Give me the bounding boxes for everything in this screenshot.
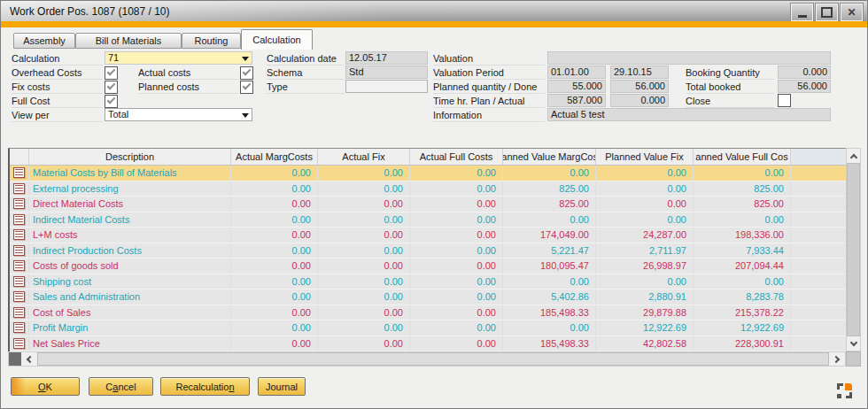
close-button[interactable]: ✕: [841, 4, 863, 21]
fix-costs-checkbox[interactable]: [105, 81, 118, 94]
full-cost-checkbox[interactable]: [105, 95, 118, 108]
overhead-costs-label: Overhead Costs: [12, 66, 103, 80]
value-cell: 0.00: [410, 305, 503, 320]
table-row[interactable]: Shipping cost0.000.000.000.000.000.00: [10, 274, 846, 290]
row-details-icon[interactable]: [13, 322, 25, 333]
table-row[interactable]: External processing0.000.000.00825.000.0…: [10, 181, 846, 197]
column-header[interactable]: anned Value Full Cos: [694, 149, 791, 165]
view-per-combo[interactable]: Total: [105, 108, 252, 121]
table-row[interactable]: Direct Material Costs0.000.000.00825.000…: [10, 197, 846, 212]
row-details-icon[interactable]: [13, 183, 25, 194]
grid-split-handle[interactable]: [9, 352, 21, 366]
value-cell: 0.00: [231, 320, 318, 336]
vertical-scrollbar[interactable]: [846, 148, 861, 351]
table-row[interactable]: Indirect Production Costs0.000.000.005,2…: [10, 243, 846, 259]
row-details-icon[interactable]: [13, 245, 25, 256]
row-details-icon[interactable]: [13, 338, 25, 349]
chevron-right-icon: [833, 355, 840, 362]
planned-costs-checkbox[interactable]: [240, 81, 253, 94]
row-details-icon[interactable]: [13, 167, 25, 178]
tab-bill-of-materials[interactable]: Bill of Materials: [75, 33, 182, 49]
column-header[interactable]: Actual MargCosts: [231, 149, 318, 165]
chevron-down-icon[interactable]: [242, 113, 249, 118]
row-details-icon-lines: [15, 324, 23, 331]
table-row[interactable]: Indirect Material Costs0.000.000.000.000…: [10, 212, 846, 228]
value-cell: 825.00: [694, 197, 791, 212]
value-cell: 0.00: [318, 320, 410, 336]
row-details-icon[interactable]: [13, 276, 25, 287]
vertical-scroll-thumb[interactable]: [847, 163, 860, 336]
value-cell: 0.00: [410, 228, 503, 243]
value-cell: 0.00: [231, 305, 318, 320]
description-cell: Profit Margin: [29, 320, 231, 336]
recalculation-button[interactable]: Recalculation: [160, 377, 250, 396]
value-cell: 0.00: [410, 243, 503, 259]
column-header[interactable]: Actual Full Costs: [410, 149, 503, 165]
calculation-label: Calculation: [12, 52, 103, 66]
row-details-icon[interactable]: [13, 198, 25, 209]
tab-assembly[interactable]: Assembly: [13, 33, 75, 49]
tab-routing[interactable]: Routing: [182, 33, 241, 49]
row-icon-cell: [10, 166, 29, 181]
row-filler-cell: [791, 259, 846, 274]
column-header[interactable]: Planned Value Fix: [596, 149, 694, 165]
row-filler-cell: [791, 289, 846, 305]
column-header[interactable]: Planned Value MargCosts: [503, 149, 596, 165]
row-details-icon-lines: [15, 247, 23, 254]
value-cell: 2,711.97: [596, 243, 694, 259]
calculation-date-field: 12.05.17: [345, 51, 428, 65]
full-cost-label: Full Cost: [12, 95, 103, 108]
horizontal-scroll-thumb[interactable]: [37, 352, 829, 366]
table-row[interactable]: Costs of goods sold0.000.000.00180,095.4…: [10, 259, 846, 274]
scroll-left-button[interactable]: [21, 352, 37, 366]
close-checkbox[interactable]: [778, 94, 791, 107]
scroll-up-button[interactable]: [847, 149, 860, 163]
table-row[interactable]: Material Costs by Bill of Materials0.000…: [10, 166, 846, 181]
value-cell: 7,933.44: [694, 243, 791, 259]
row-details-icon[interactable]: [13, 260, 25, 271]
table-row[interactable]: Profit Margin0.000.000.000.0012,922.6912…: [10, 320, 846, 336]
table-row[interactable]: Sales and Administration0.000.000.005,40…: [10, 289, 846, 305]
value-cell: 0.00: [410, 181, 503, 197]
column-header[interactable]: Actual Fix: [318, 149, 410, 165]
value-cell: 0.00: [318, 228, 410, 243]
scroll-right-button[interactable]: [829, 352, 845, 366]
description-cell: Indirect Production Costs: [29, 243, 231, 259]
value-cell: 24,287.00: [596, 228, 694, 243]
resize-corner-bl: [837, 394, 841, 398]
cancel-button[interactable]: Cancel: [89, 377, 153, 396]
maximize-icon: [821, 7, 833, 18]
planned-quantity-label: Planned quantity / Done: [433, 81, 545, 94]
table-row[interactable]: L+M costs0.000.000.00174,049.0024,287.00…: [10, 228, 846, 243]
ok-button[interactable]: OK: [11, 377, 80, 396]
journal-button[interactable]: Journal: [258, 377, 306, 396]
tab-calculation[interactable]: Calculation: [241, 29, 313, 50]
row-filler-cell: [791, 181, 846, 197]
title-bar[interactable]: Work Order Pos. 1087 (1087 / 10): [1, 1, 867, 21]
chevron-down-icon: [849, 338, 856, 345]
minimize-button[interactable]: [791, 4, 813, 21]
horizontal-scrollbar[interactable]: [8, 351, 846, 367]
value-cell: 0.00: [503, 320, 596, 336]
calculation-combo[interactable]: 71: [105, 51, 252, 65]
column-header[interactable]: Description: [29, 149, 231, 165]
row-details-icon[interactable]: [13, 229, 25, 240]
row-filler-cell: [791, 320, 846, 336]
value-cell: 0.00: [231, 243, 318, 259]
row-details-icon[interactable]: [13, 291, 25, 302]
row-details-icon[interactable]: [13, 307, 25, 318]
row-icon-cell: [10, 259, 29, 274]
tab-label: Bill of Materials: [96, 35, 162, 46]
value-cell: 0.00: [318, 166, 410, 181]
row-details-icon[interactable]: [13, 214, 25, 225]
scroll-down-button[interactable]: [847, 336, 860, 351]
chevron-down-icon[interactable]: [242, 57, 249, 61]
table-row[interactable]: Net Sales Price0.000.000.00185,498.3342,…: [10, 336, 846, 352]
table-row[interactable]: Cost of Sales0.000.000.00185,498.3329,87…: [10, 305, 846, 321]
actual-costs-checkbox[interactable]: [240, 66, 253, 80]
maximize-button[interactable]: [816, 4, 838, 21]
calculation-value: 71: [108, 52, 119, 63]
expand-form-icon[interactable]: [837, 383, 852, 398]
overhead-costs-checkbox[interactable]: [105, 66, 118, 80]
close-label: Close: [686, 95, 774, 108]
